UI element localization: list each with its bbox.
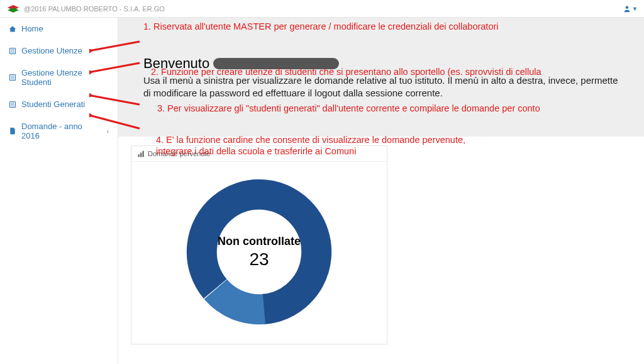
instruction-text: Usa il menù a sinistra per visualizzare … [143, 74, 628, 99]
donut-center: Non controllate 23 [218, 235, 301, 270]
sidebar-item-gestione-utenze-studenti[interactable]: Gestione Utenze Studenti [0, 62, 118, 93]
logo [6, 4, 20, 14]
list-icon [9, 47, 16, 55]
sidebar-item-label: Home [21, 24, 43, 33]
caret-down-icon: ▼ [632, 6, 638, 12]
copyright-text: @2016 PALUMBO ROBERTO - S.I.A. ER.GO [24, 5, 165, 13]
logo-icon [6, 4, 20, 14]
sidebar-item-label: Gestione Utenze [21, 46, 82, 55]
chevron-left-icon: ‹ [107, 128, 109, 135]
sidebar-item-home[interactable]: Home [0, 18, 118, 40]
svg-rect-19 [138, 154, 140, 157]
greeting-text: Benvenuto [143, 55, 209, 72]
topbar: @2016 PALUMBO ROBERTO - S.I.A. ER.GO ▼ [0, 0, 644, 18]
greeting-line: Benvenuto [143, 55, 628, 72]
svg-rect-21 [143, 151, 144, 157]
donut-chart: Non controllate 23 [131, 162, 387, 342]
sidebar-item-studenti-generati[interactable]: Studenti Generati [0, 93, 118, 115]
list-icon [9, 101, 16, 108]
annotation-3: 3. Per visualizzare gli "studenti genera… [157, 103, 540, 113]
file-icon [9, 127, 16, 135]
sidebar-item-label: Gestione Utenze Studenti [21, 68, 109, 87]
chart-card-header: Domande pervenute [131, 146, 387, 162]
home-icon [9, 25, 16, 33]
sidebar-item-label: Domande - anno 2016 [21, 122, 102, 140]
sidebar-item-label: Studenti Generati [21, 100, 85, 109]
user-menu[interactable]: ▼ [623, 5, 638, 13]
chart-card-title: Domande pervenute [148, 150, 211, 157]
user-icon [623, 5, 631, 13]
bar-chart-icon [138, 151, 145, 157]
annotation-1: 1. Riservata all'utente MASTER per gener… [143, 21, 499, 31]
welcome-panel: 1. Riservata all'utente MASTER per gener… [118, 18, 644, 137]
chart-card: Domande pervenute Non controllate 23 [131, 145, 387, 344]
donut-center-value: 23 [218, 249, 301, 270]
sidebar-item-domande[interactable]: Domande - anno 2016 ‹ [0, 115, 118, 147]
sidebar: Home Gestione Utenze Gestione Utenze Stu… [0, 18, 118, 364]
sidebar-item-gestione-utenze[interactable]: Gestione Utenze [0, 40, 118, 62]
redacted-username [213, 58, 339, 69]
svg-rect-20 [140, 152, 142, 157]
donut-center-label: Non controllate [218, 235, 301, 248]
list-icon [9, 74, 16, 81]
main-content: 1. Riservata all'utente MASTER per gener… [118, 18, 644, 364]
svg-point-2 [626, 6, 629, 9]
